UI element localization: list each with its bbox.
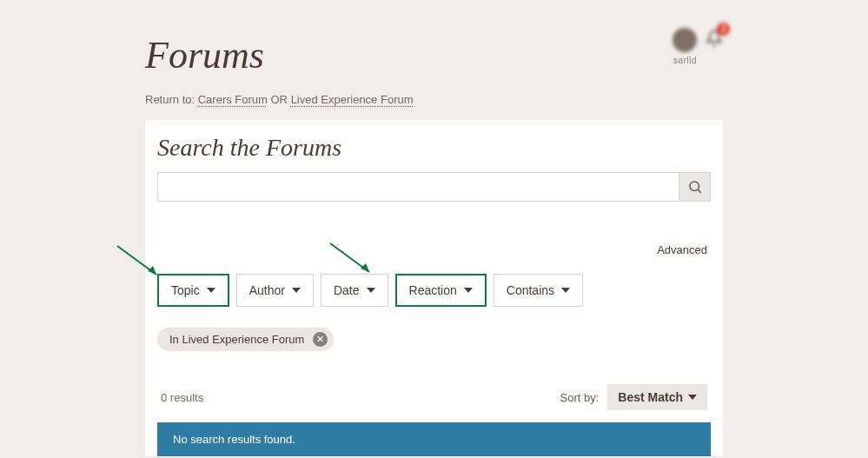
breadcrumb-link-lived[interactable]: Lived Experience Forum: [291, 93, 414, 106]
filter-contains[interactable]: Contains: [494, 274, 583, 307]
sort-value: Best Match: [618, 390, 683, 404]
chevron-down-icon: [292, 288, 301, 293]
chevron-down-icon: [367, 288, 375, 293]
search-input[interactable]: [157, 172, 679, 202]
no-results-alert: No search results found.: [157, 422, 711, 456]
filter-topic-label: Topic: [171, 283, 200, 297]
page-title: Forums: [145, 0, 723, 77]
filter-chip-lived-forum: In Lived Experience Forum ✕: [157, 328, 334, 351]
breadcrumb-sep: OR: [268, 93, 291, 106]
results-count: 0 results: [161, 391, 203, 404]
sort-label: Sort by:: [560, 391, 600, 404]
chip-remove-button[interactable]: ✕: [313, 332, 328, 347]
filter-date-label: Date: [334, 283, 360, 297]
filter-topic[interactable]: Topic: [157, 274, 229, 307]
filter-author-label: Author: [249, 283, 285, 297]
filter-contains-label: Contains: [507, 283, 554, 297]
search-icon: [687, 179, 703, 195]
breadcrumb: Return to: Carers Forum OR Lived Experie…: [145, 93, 723, 106]
breadcrumb-link-carers[interactable]: Carers Forum: [198, 93, 268, 106]
filter-author[interactable]: Author: [236, 274, 314, 307]
chevron-down-icon: [561, 288, 570, 293]
filter-reaction-label: Reaction: [409, 283, 457, 297]
filter-reaction[interactable]: Reaction: [395, 274, 487, 307]
avatar-name: sarlid: [673, 56, 697, 65]
filter-date[interactable]: Date: [321, 274, 388, 307]
advanced-link[interactable]: Advanced: [157, 243, 711, 256]
notification-badge: 3: [717, 23, 730, 36]
chevron-down-icon: [207, 288, 215, 293]
notifications-button[interactable]: 3: [706, 30, 723, 50]
search-button[interactable]: [679, 172, 711, 202]
chevron-down-icon: [688, 395, 697, 400]
breadcrumb-prefix: Return to:: [145, 93, 198, 106]
close-icon: ✕: [316, 335, 324, 344]
chip-label: In Lived Experience Forum: [169, 333, 304, 346]
svg-point-0: [690, 182, 699, 191]
svg-line-1: [698, 189, 700, 192]
search-title: Search the Forums: [157, 134, 711, 162]
search-panel: Search the Forums Advanced Topic Author …: [145, 120, 723, 456]
sort-button[interactable]: Best Match: [607, 384, 707, 410]
avatar[interactable]: [673, 28, 697, 52]
chevron-down-icon: [464, 288, 473, 293]
